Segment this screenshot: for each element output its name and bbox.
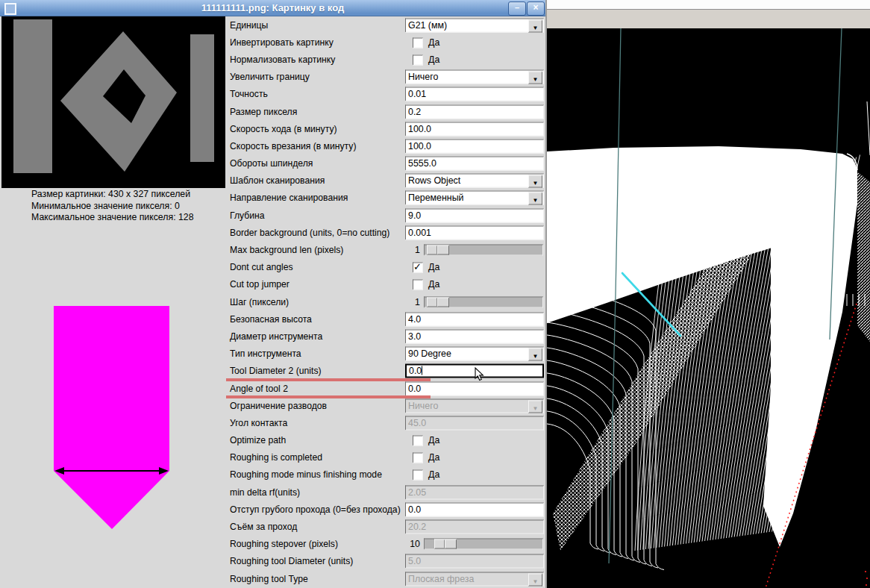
lace-bounding-value: Ничего (406, 399, 438, 412)
slider-value: 10 (405, 539, 420, 550)
dropdown-arrow-glyph: ▼ (533, 180, 539, 187)
invert-image-label: Инвертировать картинку (230, 37, 334, 48)
roughing-offset-input[interactable]: 0.0 (405, 502, 544, 516)
checkbox-label: Да (428, 435, 439, 446)
roughing-offset-value: 0.0 (406, 503, 421, 516)
image-min-text: Минимальное значение пикселя: 0 (31, 201, 248, 213)
border-background-input[interactable]: 0.001 (405, 225, 544, 240)
roughing-stepover-slider[interactable]: 10 (405, 539, 544, 550)
border-background-value: 0.001 (406, 226, 431, 239)
scan-pattern-dropdown[interactable]: Rows Object▼ (405, 174, 544, 188)
tolerance-input[interactable]: 0.01 (405, 87, 544, 101)
checkbox-box[interactable] (413, 470, 423, 481)
feed-rate-input[interactable]: 100.0 (405, 122, 544, 136)
form-row-normalize-image: Нормализовать картинкуДа (225, 51, 545, 68)
chevron-down-icon[interactable]: ▼ (528, 348, 542, 361)
chevron-down-icon[interactable]: ▼ (528, 72, 542, 84)
step-pixels-label: Шаг (пиксели) (230, 297, 289, 307)
tool-diameter-input[interactable]: 3.0 (405, 329, 544, 343)
checkbox-label: Да (428, 262, 439, 273)
extend-border-label: Увеличить границу (230, 72, 310, 82)
tool-type-dropdown[interactable]: 90 Degree▼ (405, 347, 544, 361)
form-row-max-background-len: Max background len (pixels)1 (225, 241, 545, 258)
form-row-optimize-path: Optimize pathДа (225, 432, 545, 449)
lace-bounding-dropdown: Ничего▼ (405, 398, 544, 413)
angle-of-tool-2-input[interactable]: 0.0 (405, 381, 544, 395)
scan-direction-label: Направление сканирования (230, 193, 348, 203)
chevron-down-icon: ▼ (528, 573, 542, 586)
step-pixels-slider[interactable]: 1 (405, 296, 544, 307)
checkbox-box[interactable] (413, 37, 423, 48)
chevron-down-icon[interactable]: ▼ (528, 175, 542, 188)
title-bar[interactable]: 111111111.png: Картинку в код – × (0, 0, 545, 16)
chevron-down-icon[interactable]: ▼ (528, 193, 542, 205)
units-value: G21 (мм) (406, 19, 447, 31)
form-row-roughing-is-completed: Roughing is completedДа (225, 449, 545, 466)
chevron-down-icon[interactable]: ▼ (528, 19, 542, 32)
form-row-depth-per-pass: Съём за проход20.2 (225, 518, 545, 535)
form-row-pixel-size: Размер пикселя0.2 (225, 103, 545, 120)
image-to-gcode-dialog: 111111111.png: Картинку в код – × Размер… (0, 0, 547, 588)
roughing-tool-diameter-label: Roughing tool Diameter (units) (230, 556, 353, 566)
background-toolbar-strip (547, 10, 870, 28)
pixel-size-value: 0.2 (406, 105, 421, 118)
gcode-preview-3d[interactable] (547, 28, 870, 588)
depth-per-pass-label: Съём за проход (230, 522, 297, 532)
chevron-down-icon: ▼ (528, 400, 542, 413)
scan-pattern-label: Шаблон сканирования (230, 175, 325, 186)
roughing-tool-type-dropdown: Плоская фреза▼ (405, 572, 544, 586)
checkbox-box[interactable]: ✓ (413, 263, 423, 273)
depth-per-pass-value: 20.2 (406, 521, 426, 534)
slider-thumb[interactable] (434, 539, 457, 549)
pixel-size-label: Размер пикселя (230, 107, 297, 117)
plunge-rate-input[interactable]: 100.0 (405, 139, 544, 153)
units-dropdown[interactable]: G21 (мм)▼ (405, 18, 544, 32)
form-row-roughing-stepover: Roughing stepover (pixels)10 (225, 536, 545, 553)
depth-input[interactable]: 9.0 (405, 208, 544, 222)
roughing-is-completed-label: Roughing is completed (230, 452, 322, 463)
form-row-tool-diameter-2: Tool Diameter 2 (units)0.0 (225, 363, 545, 380)
form-row-depth: Глубина9.0 (225, 207, 545, 224)
tolerance-value: 0.01 (406, 88, 426, 101)
units-label: Единицы (230, 20, 268, 31)
form-row-tolerance: Точность0.01 (225, 86, 545, 103)
slider-trough[interactable] (424, 296, 543, 307)
roughing-tool-type-label: Roughing tool Type (230, 574, 308, 584)
spindle-speed-input[interactable]: 5555.0 (405, 157, 544, 171)
lace-bounding-label: Ограничение разводов (230, 401, 327, 411)
min-delta-rf-label: min delta rf(units) (230, 487, 300, 498)
safety-height-input[interactable]: 4.0 (405, 312, 544, 326)
checkbox-box[interactable] (413, 453, 423, 463)
tool-profile-preview (30, 297, 194, 537)
extend-border-dropdown[interactable]: Ничего▼ (405, 70, 544, 84)
form-row-step-pixels: Шаг (пиксели)1 (225, 293, 545, 310)
checkbox-label: Да (428, 37, 439, 48)
form-row-border-background: Border background (units, 0=no cutting)0… (225, 224, 545, 241)
form-row-tool-diameter: Диаметр инструмента3.0 (225, 328, 545, 345)
checkbox-box[interactable] (413, 436, 423, 446)
pixel-size-input[interactable]: 0.2 (405, 104, 544, 119)
dropdown-arrow-glyph: ▼ (533, 404, 539, 411)
screen: 111111111.png: Картинку в код – × Размер… (0, 0, 870, 588)
form-row-angle-of-tool-2: Angle of tool 20.0 (225, 380, 545, 397)
extend-border-value: Ничего (406, 71, 438, 84)
max-background-len-slider[interactable]: 1 (405, 245, 544, 256)
slider-thumb[interactable] (427, 297, 449, 307)
minimize-button[interactable]: – (508, 1, 526, 16)
tool-diameter-2-label: Tool Diameter 2 (units) (230, 366, 322, 376)
checkbox-box[interactable] (413, 280, 423, 290)
border-background-label: Border background (units, 0=no cutting) (230, 228, 389, 238)
close-button[interactable]: × (527, 1, 545, 16)
safety-height-value: 4.0 (406, 313, 421, 325)
slider-thumb[interactable] (427, 245, 449, 255)
form-row-roughing-offset: Отступ грубого прохода (0=без прохода)0.… (225, 501, 545, 518)
image-info: Размер картинки: 430 x 327 пикселей Мини… (31, 189, 248, 224)
feed-rate-value: 100.0 (406, 122, 431, 135)
form-row-roughing-tool-diameter: Roughing tool Diameter (units)5.0 (225, 553, 545, 570)
slider-trough[interactable] (424, 245, 543, 256)
text-caret (422, 366, 422, 375)
checkbox-box[interactable] (413, 54, 423, 65)
scan-direction-dropdown[interactable]: Переменный▼ (405, 191, 544, 205)
slider-trough[interactable] (424, 539, 543, 550)
form-row-cut-top-jumper: Cut top jumperДа (225, 276, 545, 293)
